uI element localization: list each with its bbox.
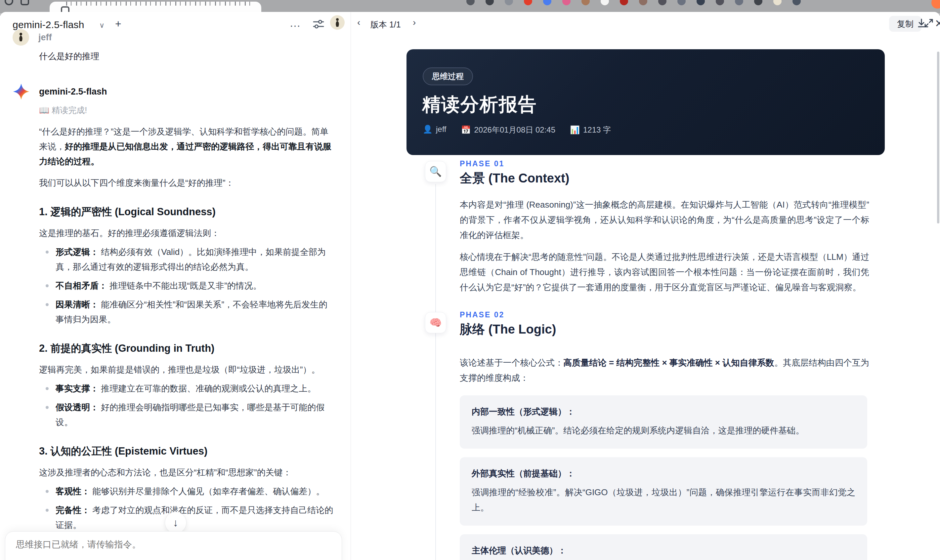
jeff-avatar <box>12 29 29 46</box>
report-scrollbar[interactable] <box>937 52 939 223</box>
phase-1-title: 全景 (The Context) <box>460 170 569 187</box>
chevron-down-icon[interactable]: ∨ <box>99 21 105 30</box>
extension-icon[interactable] <box>639 0 647 5</box>
fullscreen-icon[interactable] <box>923 17 936 31</box>
version-label: 版本 1/1 <box>370 19 401 30</box>
version-next-button[interactable]: › <box>413 17 416 28</box>
version-prev-button[interactable]: ‹ <box>357 17 360 28</box>
section-3-desc: 这涉及推理者的心态和方法论，也是区分“杠精”和“思想家”的关键： <box>39 465 335 480</box>
brain-icon: 🧠 <box>429 317 442 328</box>
message-input[interactable] <box>16 540 314 550</box>
close-icon[interactable]: ✕ <box>935 17 940 30</box>
extension-icon[interactable] <box>505 0 513 5</box>
card-text: 强调推理的“经验校准”。解决“GIGO（垃圾进，垃圾出）”问题，确保推理引擎运行… <box>472 485 855 515</box>
card-title: 主体伦理（认识美德）： <box>472 545 855 556</box>
chart-icon: 📊 <box>570 125 580 134</box>
dimension-card: 主体伦理（认识美德）： 转向推理者的心理特征。引入奥卡姆剃刀和反向论证，旨在克服… <box>460 534 867 560</box>
dimension-card: 内部一致性（形式逻辑）： 强调推理的“机械正确”。结论必须在给定的规则系统内逻辑… <box>460 395 867 449</box>
book-icon: 📖 <box>39 105 49 115</box>
report-date: 2026年01月08日 02:45 <box>474 125 556 134</box>
phase-2-icon-card: 🧠 <box>425 312 446 333</box>
report-meta: 👤jeff 📅2026年01月08日 02:45 📊1213 字 <box>423 125 611 135</box>
extension-icon[interactable] <box>485 0 494 5</box>
more-menu-button[interactable]: … <box>290 17 301 29</box>
extension-icon[interactable] <box>773 0 781 5</box>
assistant-message: gemini-2.5-flash 📖 精读完成! “什么是好的推理？”这是一个涉… <box>12 83 343 560</box>
arrow-down-icon: ↓ <box>173 517 178 529</box>
section-2-desc: 逻辑再完美，如果前提是错误的，推理也是垃圾（即“垃圾进，垃圾出”）。 <box>39 362 335 377</box>
user-avatar[interactable] <box>330 15 345 30</box>
new-chat-button[interactable]: + <box>115 18 122 30</box>
section-2-list: 事实支撑： 推理建立在可靠的数据、准确的观测或公认的真理之上。 假设透明： 好的… <box>39 381 335 430</box>
intro-paragraph: “什么是好的推理？”这是一个涉及逻辑学、认知科学和哲学核心的问题。简单来说，好的… <box>39 124 335 169</box>
dimension-card: 外部真实性（前提基础）： 强调推理的“经验校准”。解决“GIGO（垃圾进，垃圾出… <box>460 457 867 526</box>
list-item: 假设透明： 好的推理会明确指明哪些是已知事实，哪些是基于可能的假设。 <box>39 400 335 430</box>
section-1-desc: 这是推理的基石。好的推理必须遵循逻辑法则： <box>39 226 335 241</box>
phase-1-paragraph-1: 本内容是对“推理 (Reasoning)”这一抽象概念的高层建模。在知识爆炸与人… <box>460 197 869 243</box>
composer: + <box>5 531 342 560</box>
extension-icon[interactable] <box>620 0 628 5</box>
timeline-connector <box>435 333 436 560</box>
report-wordcount: 1213 字 <box>583 125 611 134</box>
screen: gemini-2.5-flash ∨ + … ‹ 版本 1/1 › 复制 <box>0 0 940 560</box>
timeline-connector <box>435 184 436 324</box>
extension-icon[interactable] <box>543 0 552 5</box>
extension-icon[interactable] <box>466 0 475 5</box>
extension-icon[interactable] <box>562 0 570 5</box>
phase-1-paragraph-2: 核心情境在于解决“思考的随意性”问题。不论是人类通过批判性思维进行决策，还是大语… <box>460 249 869 295</box>
browser-tab[interactable] <box>49 2 261 13</box>
card-text: 强调推理的“机械正确”。结论必须在给定的规则系统内逻辑自洽，这是推理的硬件基础。 <box>472 423 855 438</box>
scroll-to-bottom-button[interactable]: ↓ <box>165 512 186 534</box>
report-author: jeff <box>436 125 447 134</box>
section-1-title: 1. 逻辑的严密性 (Logical Soundness) <box>39 204 335 219</box>
list-item: 完备性： 考虑了对立的观点和潜在的反证，而不是只选择支持自己结论的证据。 <box>39 503 335 532</box>
browser-back-icon[interactable] <box>5 0 13 5</box>
report-title: 精读分析报告 <box>422 92 537 117</box>
tab-url-text <box>66 2 251 6</box>
extension-icon[interactable] <box>601 0 609 5</box>
phase-2-formula: 该论述基于一个核心公式：高质量结论 = 结构完整性 × 事实准确性 × 认知自律… <box>460 355 869 385</box>
card-title: 内部一致性（形式逻辑）： <box>472 406 855 417</box>
phase-1-icon-card: 🔍 <box>425 161 446 182</box>
extension-icon[interactable] <box>735 0 743 5</box>
model-selector[interactable]: gemini-2.5-flash <box>12 19 84 31</box>
calendar-icon: 📅 <box>461 125 471 134</box>
extension-icons-row[interactable] <box>466 0 801 5</box>
extension-icon[interactable] <box>716 0 724 5</box>
app-window: gemini-2.5-flash ∨ + … ‹ 版本 1/1 › 复制 <box>0 12 940 560</box>
extension-icon[interactable] <box>658 0 666 5</box>
gemini-icon <box>12 83 30 100</box>
assistant-name: gemini-2.5-flash <box>39 84 107 99</box>
extension-icon[interactable] <box>792 0 801 5</box>
dimension-cards: 内部一致性（形式逻辑）： 强调推理的“机械正确”。结论必须在给定的规则系统内逻辑… <box>460 395 867 560</box>
list-item: 不自相矛盾： 推理链条中不能出现“既是又非”的情况。 <box>39 278 335 293</box>
phase-2-label: PHASE 02 <box>460 311 504 319</box>
user-message: 什么是好的推理 <box>39 49 343 64</box>
section-3-title: 3. 认知的公正性 (Epistemic Virtues) <box>39 444 335 458</box>
author-icon: 👤 <box>423 125 433 134</box>
extension-icon[interactable] <box>581 0 590 5</box>
section-1-list: 形式逻辑： 结构必须有效（Valid）。比如演绎推理中，如果前提全部为真，那么通… <box>39 245 335 327</box>
extension-icon[interactable] <box>524 0 532 5</box>
browser-apps-icon[interactable] <box>20 0 29 5</box>
card-title: 外部真实性（前提基础）： <box>472 468 855 479</box>
list-item: 事实支撑： 推理建立在可靠的数据、准确的观测或公认的真理之上。 <box>39 381 335 396</box>
section-2-title: 2. 前提的真实性 (Grounding in Truth) <box>39 341 335 356</box>
chat-thread: jeff 什么是好的推理 gemini-2.5-flash 📖 <box>12 29 343 560</box>
list-item: 客观性： 能够识别并尽量排除个人偏见（如幸存者偏差、确认偏差）。 <box>39 484 335 499</box>
extension-icon[interactable] <box>677 0 686 5</box>
phase-1-label: PHASE 01 <box>460 159 504 168</box>
list-item: 因果清晰： 能准确区分“相关性”和“因果关系”，不会轻率地将先后发生的事情归为因… <box>39 297 335 327</box>
magnifier-icon: 🔍 <box>429 166 442 177</box>
extension-icon[interactable] <box>754 0 763 5</box>
extension-icon[interactable] <box>697 0 705 5</box>
extension-icon-orange[interactable] <box>931 0 940 9</box>
lead-paragraph: 我们可以从以下四个维度来衡量什么是“好的推理”： <box>39 175 335 191</box>
user-name: jeff <box>39 30 52 45</box>
assistant-status: 📖 精读完成! <box>39 103 343 118</box>
browser-chrome <box>0 0 940 13</box>
report-header-card: 思维过程 精读分析报告 👤jeff 📅2026年01月08日 02:45 📊12… <box>407 49 885 155</box>
phase-2-title: 脉络 (The Logic) <box>460 321 556 338</box>
assistant-markdown: “什么是好的推理？”这是一个涉及逻辑学、认知科学和哲学核心的问题。简单来说，好的… <box>39 124 335 560</box>
panel-divider <box>351 12 351 560</box>
